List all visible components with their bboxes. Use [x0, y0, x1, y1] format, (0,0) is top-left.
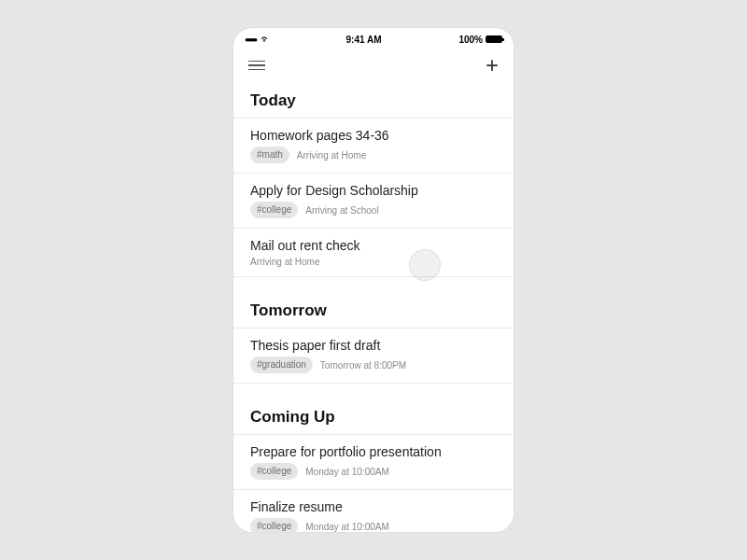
task-context: Tomorrow at 8:00PM — [320, 360, 406, 371]
list-item[interactable]: Homework pages 34-36 #math Arriving at H… — [233, 119, 514, 174]
status-bar: ●●●●● 9:41 AM 100% — [233, 28, 514, 45]
task-context: Arriving at School — [305, 205, 378, 216]
battery-percent: 100% — [458, 35, 483, 45]
nav-bar: + — [233, 45, 514, 80]
add-button[interactable]: + — [486, 54, 499, 77]
wifi-icon — [260, 35, 269, 44]
list-item[interactable]: Apply for Design Scholarship #college Ar… — [233, 174, 514, 229]
list-item[interactable]: Finalize resume #college Monday at 10:00… — [233, 490, 514, 532]
task-tag[interactable]: #college — [250, 463, 298, 480]
signal-dots-icon: ●●●●● — [245, 35, 256, 44]
list-item[interactable]: Thesis paper first draft #graduation Tom… — [233, 329, 514, 384]
section-header-today: Today — [233, 80, 514, 118]
task-context: Monday at 10:00AM — [305, 467, 389, 477]
battery-icon — [486, 35, 502, 43]
task-context: Arriving at Home — [250, 257, 319, 267]
list-coming-up: Prepare for portfolio presentation #coll… — [233, 434, 514, 532]
status-time: 9:41 AM — [346, 35, 382, 45]
list-tomorrow: Thesis paper first draft #graduation Tom… — [233, 328, 514, 384]
status-left: ●●●●● — [245, 35, 269, 44]
task-title: Thesis paper first draft — [250, 338, 497, 353]
menu-icon[interactable] — [248, 61, 265, 71]
task-tag[interactable]: #math — [250, 147, 289, 163]
task-title: Homework pages 34-36 — [250, 128, 497, 143]
content-scroll[interactable]: Today Homework pages 34-36 #math Arrivin… — [233, 80, 514, 532]
task-title: Mail out rent check — [250, 238, 497, 253]
list-today: Homework pages 34-36 #math Arriving at H… — [233, 118, 514, 277]
task-tag[interactable]: #college — [250, 202, 298, 218]
list-item[interactable]: Prepare for portfolio presentation #coll… — [233, 435, 514, 490]
task-context: Arriving at Home — [297, 150, 366, 161]
task-title: Prepare for portfolio presentation — [250, 444, 497, 459]
section-header-tomorrow: Tomorrow — [233, 290, 514, 328]
status-right: 100% — [458, 35, 502, 45]
task-title: Apply for Design Scholarship — [250, 183, 497, 198]
list-item[interactable]: Mail out rent check Arriving at Home — [233, 229, 514, 277]
task-title: Finalize resume — [250, 499, 497, 514]
task-tag[interactable]: #college — [250, 518, 298, 532]
phone-frame: ●●●●● 9:41 AM 100% + Today Homework page… — [233, 28, 514, 532]
section-header-coming-up: Coming Up — [233, 397, 514, 434]
task-tag[interactable]: #graduation — [250, 357, 313, 373]
task-context: Monday at 10:00AM — [305, 522, 389, 532]
